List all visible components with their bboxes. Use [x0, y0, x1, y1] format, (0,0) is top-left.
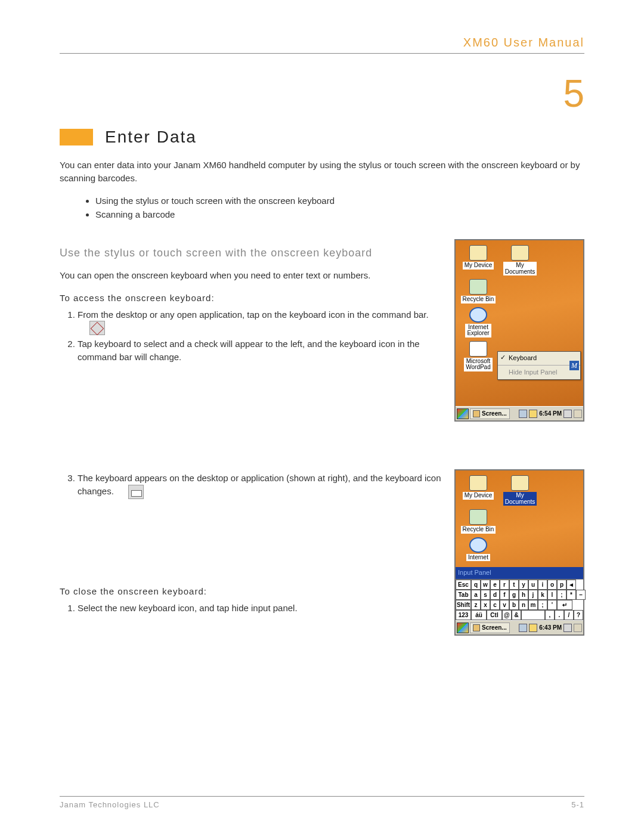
osk-key[interactable]: y — [519, 580, 528, 590]
list-item: Tap keyboard to select and a check will … — [78, 337, 442, 364]
osk-key[interactable]: s — [481, 590, 490, 600]
osk-key[interactable]: ◄ — [566, 580, 576, 590]
menu-item-hide-input-panel[interactable]: Hide Input Panel — [498, 366, 580, 379]
osk-key[interactable]: 123 — [456, 610, 471, 620]
osk-key[interactable]: ; — [557, 590, 566, 600]
osk-key[interactable] — [521, 610, 545, 620]
footer-rule — [60, 796, 584, 797]
osk-key[interactable]: – — [576, 590, 586, 600]
desktop-icon[interactable] — [574, 624, 582, 632]
osk-key[interactable]: r — [500, 580, 509, 590]
osk-key[interactable]: ; — [538, 600, 547, 610]
osk-key[interactable]: q — [471, 580, 481, 590]
icon-label: Internet Explorer — [465, 324, 491, 337]
close-heading: To close the onscreen keyboard: — [60, 585, 442, 598]
osk-key[interactable]: j — [528, 590, 538, 600]
osk-key[interactable]: v — [500, 600, 509, 610]
osk-key[interactable]: m — [528, 600, 538, 610]
input-panel-menu: Keyboard Hide Input Panel M — [497, 351, 581, 380]
osk-key[interactable]: o — [547, 580, 557, 590]
desktop-icon-my-device[interactable]: My Device — [460, 475, 496, 506]
osk-key[interactable]: x — [481, 600, 490, 610]
start-button[interactable] — [457, 623, 469, 633]
osk-key[interactable]: i — [538, 580, 547, 590]
desktop-icon[interactable] — [574, 410, 582, 418]
osk-key[interactable]: ↵ — [557, 600, 572, 610]
osk-key[interactable]: u — [528, 580, 538, 590]
taskbar: Screen... 6:54 PM — [456, 406, 583, 420]
desktop-icon-recycle-bin[interactable]: Recycle Bin — [460, 279, 496, 304]
onscreen-keyboard: Escqwertyuiop◄ Tabasdfghjkl;*– Shiftzxcv… — [456, 579, 583, 620]
osk-key[interactable]: a — [471, 590, 481, 600]
chapter-number: 5 — [0, 54, 644, 122]
icon-label: My Documents — [503, 492, 537, 506]
taskbar-app-button[interactable]: Screen... — [470, 623, 510, 633]
keyboard-keys-icon — [128, 485, 144, 499]
desktop-icon-recycle-bin[interactable]: Recycle Bin — [460, 509, 496, 534]
device-screenshot-keyboard: My Device My Documents Recycle Bin — [454, 469, 584, 636]
osk-key[interactable]: & — [512, 610, 521, 620]
input-panel-header: Input Panel — [456, 567, 583, 579]
desktop-icon-my-documents[interactable]: My Documents — [502, 245, 538, 275]
osk-key[interactable]: b — [509, 600, 519, 610]
access-steps-cont: The keyboard appears on the desktop or a… — [78, 472, 442, 499]
osk-key[interactable]: h — [519, 590, 528, 600]
desktop-icon-internet[interactable]: Internet — [460, 537, 496, 562]
taskbar-app-button[interactable]: Screen... — [470, 408, 510, 419]
desktop-icon-my-documents[interactable]: My Documents — [502, 475, 538, 506]
osk-key[interactable]: , — [545, 610, 555, 620]
taskbar-clock: 6:54 PM — [539, 410, 562, 419]
sip-icon[interactable] — [564, 410, 572, 418]
taskbar: Screen... 6:43 PM — [456, 620, 583, 634]
sip-icon[interactable] — [564, 624, 572, 632]
list-item: Scanning a barcode — [95, 208, 584, 221]
osk-key[interactable]: Ctl — [487, 610, 502, 620]
osk-key[interactable]: ? — [574, 610, 583, 620]
osk-key[interactable]: t — [509, 580, 519, 590]
device-screenshot-menu: My Device My Documents Recycle Bin — [454, 239, 584, 422]
tray-icon[interactable] — [529, 624, 537, 632]
osk-key[interactable]: z — [471, 600, 481, 610]
icon-label: My Device — [463, 492, 494, 500]
osk-key[interactable]: / — [564, 610, 574, 620]
intro-bullet-list: Using the stylus or touch screen with th… — [95, 194, 584, 222]
manual-title: XM60 User Manual — [60, 36, 584, 49]
tray-icon[interactable] — [519, 410, 527, 418]
icon-label: Microsoft WordPad — [464, 358, 493, 371]
list-item: Using the stylus or touch screen with th… — [95, 194, 584, 208]
osk-key[interactable]: Esc — [456, 580, 471, 590]
recycle-bin-icon — [469, 279, 487, 295]
osk-key[interactable]: k — [538, 590, 547, 600]
tray-icon[interactable] — [519, 624, 527, 632]
osk-key[interactable]: g — [509, 590, 519, 600]
osk-key[interactable]: áü — [471, 610, 487, 620]
osk-key[interactable]: c — [490, 600, 500, 610]
osk-key[interactable]: p — [557, 580, 566, 590]
tray-icon[interactable] — [529, 410, 537, 418]
osk-key[interactable]: Shift — [456, 600, 471, 610]
menu-separator — [498, 365, 580, 366]
desktop-icon-wordpad[interactable]: Microsoft WordPad — [460, 341, 496, 371]
osk-row-1: Escqwertyuiop◄ — [456, 580, 583, 590]
footer-page-number: 5-1 — [571, 800, 584, 809]
osk-key[interactable]: l — [547, 590, 557, 600]
menu-item-keyboard[interactable]: Keyboard — [498, 352, 580, 365]
osk-key[interactable]: n — [519, 600, 528, 610]
osk-key[interactable]: @ — [502, 610, 512, 620]
osk-key[interactable]: e — [490, 580, 500, 590]
sub-paragraph: You can open the onscreen keyboard when … — [60, 269, 442, 282]
desktop-icon-my-device[interactable]: My Device — [460, 245, 496, 275]
list-item: The keyboard appears on the desktop or a… — [78, 472, 442, 499]
osk-key[interactable]: ' — [547, 600, 557, 610]
osk-key[interactable]: . — [555, 610, 564, 620]
start-button[interactable] — [457, 408, 469, 419]
desktop-icon-internet-explorer[interactable]: Internet Explorer — [460, 307, 496, 337]
osk-key[interactable]: * — [566, 590, 576, 600]
osk-key[interactable]: d — [490, 590, 500, 600]
osk-key[interactable]: Tab — [456, 590, 471, 600]
device-icon — [469, 245, 487, 261]
recycle-bin-icon — [469, 509, 487, 525]
ie-icon — [469, 307, 487, 323]
osk-key[interactable]: f — [500, 590, 509, 600]
osk-key[interactable]: w — [481, 580, 490, 590]
